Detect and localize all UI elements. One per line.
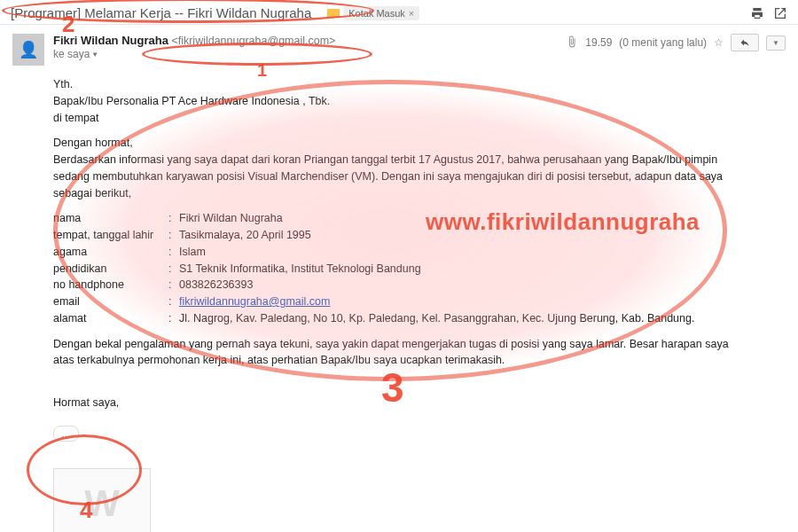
attachment-icon[interactable] xyxy=(566,35,578,51)
data-value: S1 Teknik Informatika, Institut Teknolog… xyxy=(179,261,739,278)
salutation-line: Bapak/Ibu Personalia PT Ace Hardware Ind… xyxy=(53,95,330,107)
sender-info: Fikri Wildan Nugraha <fikriwildannugraha… xyxy=(53,34,335,60)
data-key: no handphone xyxy=(53,277,168,293)
show-trimmed-button[interactable]: … xyxy=(53,426,79,442)
email-link[interactable]: fikriwildannugraha@gmail.com xyxy=(179,295,330,308)
data-row: alamat:Jl. Nagrog, Kav. Paledang, No 10,… xyxy=(53,310,739,327)
data-row: no handphone:083826236393 xyxy=(53,277,739,293)
data-value: fikriwildannugraha@gmail.com xyxy=(179,293,739,310)
header-actions xyxy=(750,6,787,20)
separator: : xyxy=(168,210,179,227)
salutation-line: di tempat xyxy=(53,112,98,124)
data-key: nama xyxy=(53,210,168,227)
data-key: agama xyxy=(53,244,168,261)
more-actions-button[interactable]: ▼ xyxy=(766,35,786,51)
star-icon[interactable]: ☆ xyxy=(714,36,724,49)
message-header: [Programer] Melamar Kerja -- Fikri Wilda… xyxy=(0,0,798,25)
folder-icon xyxy=(327,9,340,18)
separator: : xyxy=(168,310,179,327)
attachment-thumbnail[interactable]: W xyxy=(53,468,151,532)
salutation-line: Yth. xyxy=(53,78,73,90)
attachment-thumb-letter: W xyxy=(84,482,120,525)
data-key: pendidikan xyxy=(53,261,168,278)
attachments-area: W W CV Terbaru print… xyxy=(12,442,786,532)
new-window-icon[interactable] xyxy=(773,6,787,20)
data-row: agama:Islam xyxy=(53,244,739,261)
avatar[interactable]: 👤 xyxy=(12,34,44,66)
separator: : xyxy=(168,227,179,244)
data-value: Islam xyxy=(179,244,739,261)
separator: : xyxy=(168,277,179,293)
data-key: email xyxy=(53,293,168,310)
message-meta: 19.59 (0 menit yang lalu) ☆ ▼ xyxy=(566,34,786,51)
opening-line: Dengan hormat, xyxy=(53,137,133,149)
message-time: 19.59 xyxy=(585,36,612,49)
recipient-line[interactable]: ke saya ▼ xyxy=(53,48,335,60)
body-paragraph: Berdasarkan informasi yang saya dapat da… xyxy=(53,153,723,200)
sender-name: Fikri Wildan Nugraha xyxy=(53,34,168,47)
chevron-down-icon[interactable]: ▼ xyxy=(91,51,98,59)
data-row: nama:Fikri Wildan Nugraha xyxy=(53,210,739,227)
reply-button[interactable] xyxy=(731,34,759,51)
data-key: tempat, tanggal lahir xyxy=(53,227,168,244)
sender-email: <fikriwildannugraha@gmail.com> xyxy=(171,35,335,47)
closing-line: Hormat saya, xyxy=(53,395,739,411)
applicant-data-table: nama:Fikri Wildan Nugrahatempat, tanggal… xyxy=(53,210,739,326)
data-value: 083826236393 xyxy=(179,277,739,293)
data-row: email:fikriwildannugraha@gmail.com xyxy=(53,293,739,310)
separator: : xyxy=(168,261,179,278)
data-row: pendidikan:S1 Teknik Informatika, Instit… xyxy=(53,261,739,278)
inbox-label-text: Kotak Masuk xyxy=(348,8,405,19)
body-paragraph: Dengan bekal pengalaman yang pernah saya… xyxy=(53,336,739,370)
separator: : xyxy=(168,244,179,261)
remove-label-icon[interactable]: × xyxy=(409,8,414,19)
sender-row: 👤 Fikri Wildan Nugraha <fikriwildannugra… xyxy=(12,34,786,66)
email-body: Yth. Bapak/Ibu Personalia PT Ace Hardwar… xyxy=(12,66,739,442)
data-value: Jl. Nagrog, Kav. Paledang, No 10, Kp. Pa… xyxy=(179,310,739,327)
data-key: alamat xyxy=(53,310,168,327)
print-icon[interactable] xyxy=(750,6,764,20)
data-value: Fikri Wildan Nugraha xyxy=(179,210,739,227)
inbox-label-chip[interactable]: Kotak Masuk × xyxy=(343,6,419,20)
recipient-text: ke saya xyxy=(53,48,90,60)
data-value: Tasikmalaya, 20 April 1995 xyxy=(179,227,739,244)
separator: : xyxy=(168,293,179,310)
email-subject: [Programer] Melamar Kerja -- Fikri Wilda… xyxy=(11,5,311,20)
message-ago: (0 menit yang lalu) xyxy=(619,36,707,49)
data-row: tempat, tanggal lahir:Tasikmalaya, 20 Ap… xyxy=(53,227,739,244)
